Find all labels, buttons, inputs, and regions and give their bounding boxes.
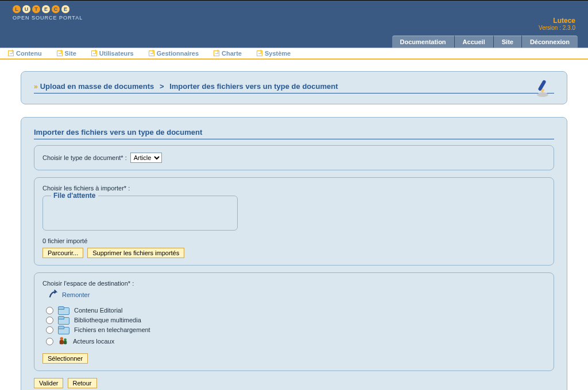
menu-marker-icon [91, 50, 97, 56]
breadcrumb-level-2: Importer des fichiers vers un type de do… [169, 82, 338, 91]
doc-type-label: Choisir le type de document* : [42, 154, 127, 161]
doc-type-fieldset: Choisir le type de document* : Article [34, 145, 554, 170]
spaces-list: Contenu Editorial Bibliotheque multimedi… [42, 306, 546, 347]
menu-marker-icon [149, 50, 154, 56]
space-label[interactable]: Acteurs locaux [73, 338, 114, 345]
tab-documentation[interactable]: Documentation [392, 36, 454, 48]
space-item: Fichiers en telechargement [46, 326, 546, 334]
page-body: » Upload en masse de documents > Importe… [0, 60, 588, 390]
form-actions: Valider Retour [34, 378, 554, 388]
menu-marker-icon [214, 50, 219, 56]
space-label[interactable]: Contenu Editorial [74, 307, 122, 314]
breadcrumb-sep: > [157, 82, 166, 91]
destination-fieldset: Choisir l'espace de destination* : Remon… [34, 272, 554, 371]
logo-circles: L U T E C E [13, 5, 83, 13]
go-up-label: Remonter [62, 291, 90, 298]
logo-letter: E [42, 5, 50, 13]
destination-legend: Choisir l'espace de destination* : [42, 280, 546, 287]
logo-letter: T [32, 5, 40, 13]
tab-accueil[interactable]: Accueil [454, 36, 493, 48]
menu-label: Charte [222, 50, 242, 57]
up-arrow-icon [48, 289, 59, 301]
space-radio[interactable] [46, 338, 53, 345]
folder-icon [58, 306, 69, 314]
svg-point-5 [64, 338, 67, 341]
svg-rect-4 [60, 340, 64, 344]
space-item: Acteurs locaux [46, 336, 546, 347]
top-header: L U T E C E OPEN SOURCE PORTAL Lutece Ve… [0, 0, 588, 48]
menu-label: Contenu [16, 50, 42, 57]
brand-name: Lutece [539, 17, 575, 25]
svg-point-3 [60, 337, 63, 340]
menu-site[interactable]: Site [57, 50, 76, 57]
brand-version: Version : 2.3.0 [539, 25, 575, 31]
logo: L U T E C E OPEN SOURCE PORTAL [13, 5, 83, 21]
svg-rect-6 [64, 341, 67, 344]
browse-button[interactable]: Parcourir... [42, 248, 83, 258]
clear-imports-button[interactable]: Supprimer les fichiers importés [87, 248, 184, 258]
queue-legend: File d'attente [51, 192, 98, 200]
menu-label: Gestionnaires [157, 50, 199, 57]
menu-marker-icon [257, 50, 262, 56]
space-item: Bibliotheque multimedia [46, 316, 546, 324]
menu-label: Système [265, 50, 291, 57]
menu-label: Site [65, 50, 76, 57]
validate-button[interactable]: Valider [34, 378, 63, 388]
space-radio[interactable] [46, 307, 53, 314]
menu-gestionnaires[interactable]: Gestionnaires [149, 50, 199, 57]
space-label[interactable]: Bibliotheque multimedia [74, 317, 141, 323]
menu-charte[interactable]: Charte [214, 50, 242, 57]
back-button[interactable]: Retour [68, 378, 97, 388]
space-radio[interactable] [46, 326, 53, 334]
actors-icon [58, 336, 68, 347]
menu-marker-icon [8, 50, 14, 56]
menu-contenu[interactable]: Contenu [8, 50, 42, 57]
folder-icon [58, 316, 69, 324]
top-tabs: Documentation Accueil Site Déconnexion [392, 36, 578, 48]
logo-letter: E [61, 5, 69, 13]
section-title: Importer des fichiers vers un type de do… [34, 128, 554, 139]
main-menu: Contenu Site Utilisateurs Gestionnaires … [0, 48, 588, 60]
space-label[interactable]: Fichiers en telechargement [74, 326, 150, 333]
folder-icon [58, 326, 69, 334]
menu-utilisateurs[interactable]: Utilisateurs [91, 50, 134, 57]
chevrons-icon: » [34, 83, 37, 91]
go-up-link[interactable]: Remonter [48, 289, 546, 301]
menu-label: Utilisateurs [99, 50, 134, 57]
tab-site[interactable]: Site [493, 36, 521, 48]
space-item: Contenu Editorial [46, 306, 546, 314]
svg-point-0 [537, 92, 548, 97]
logo-letter: L [13, 5, 21, 13]
menu-marker-icon [57, 50, 63, 56]
logo-letter: C [52, 5, 60, 13]
files-legend: Choisir les fichiers à importer* : [42, 185, 546, 192]
logo-subtitle: OPEN SOURCE PORTAL [13, 15, 83, 21]
tab-deconnexion[interactable]: Déconnexion [521, 36, 578, 48]
select-space-button[interactable]: Sélectionner [42, 353, 88, 364]
space-radio[interactable] [46, 317, 53, 324]
form-panel: Importer des fichiers vers un type de do… [21, 117, 567, 390]
breadcrumb: » Upload en masse de documents > Importe… [34, 82, 554, 93]
import-counter: 0 fichier importé [42, 237, 546, 244]
breadcrumb-level-1[interactable]: Upload en masse de documents [40, 82, 154, 91]
upload-queue: File d'attente [42, 192, 238, 231]
breadcrumb-panel: » Upload en masse de documents > Importe… [21, 71, 567, 104]
brand-info: Lutece Version : 2.3.0 [539, 17, 575, 31]
logo-letter: U [22, 5, 30, 13]
files-fieldset: Choisir les fichiers à importer* : File … [34, 177, 554, 266]
edit-tool-icon [536, 77, 556, 98]
menu-systeme[interactable]: Système [257, 50, 291, 57]
doc-type-select[interactable]: Article [130, 153, 162, 163]
